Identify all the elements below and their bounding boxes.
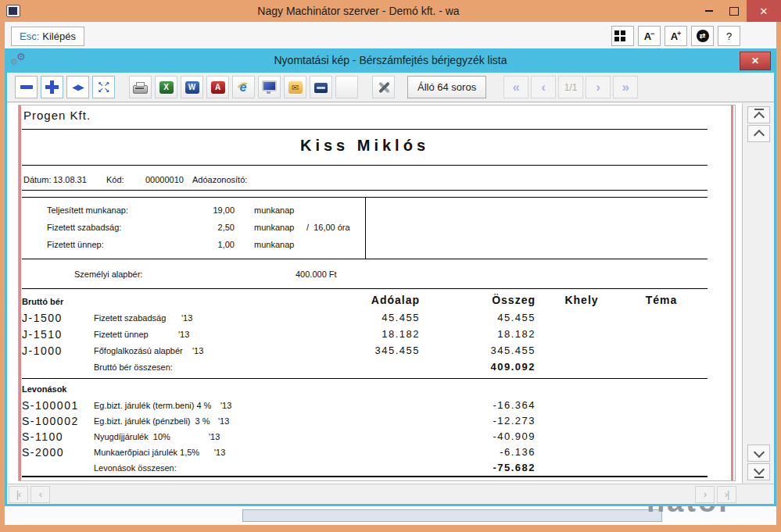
rule [22, 190, 708, 191]
attendance-value: 2,50 [188, 223, 235, 232]
column-header-base: Adóalap [326, 294, 420, 306]
gross-total-label: Bruttó bér összesen: [94, 362, 173, 372]
app-toolbar-right-group: A− A+ ⇄ ? [611, 26, 740, 46]
next-page-icon: › [596, 80, 600, 95]
gross-row-desc: Főfoglalkozású alapbér [94, 346, 183, 355]
page-layout-button[interactable]: Álló 64 soros [407, 76, 486, 98]
dialog-close-button[interactable]: ✕ [740, 52, 771, 70]
gross-row-code: J-1500 [22, 312, 63, 324]
settings-button[interactable] [372, 76, 395, 98]
help-button[interactable]: ? [718, 26, 740, 46]
attendance-label: Fizetett ünnep: [47, 240, 104, 249]
first-column-icon: |‹ [16, 488, 21, 500]
rule [365, 197, 366, 259]
document-page: Progen Kft. Kiss Miklós Dátum: 13.08.31 … [18, 105, 736, 481]
chevron-down-icon [753, 464, 764, 475]
switch-window-button[interactable]: ⇄ [691, 26, 714, 46]
previous-page-button[interactable]: ‹ [531, 76, 556, 98]
attendance-value: 19,00 [188, 205, 235, 215]
gross-row-code: J-1510 [22, 328, 63, 341]
print-preview-dialog: ⚙ ⚙ Nyomtatási kép - Bérszámfejtés bérje… [5, 48, 776, 506]
zoom-out-button[interactable] [15, 76, 38, 98]
font-increase-button[interactable]: A+ [665, 26, 687, 46]
last-column-icon: ›| [725, 488, 729, 500]
taxid-label: Adóazonosító: [192, 175, 247, 184]
scroll-down-button[interactable] [747, 445, 770, 462]
last-column-button[interactable]: ›| [717, 486, 736, 503]
gross-row-amount: 45.455 [465, 312, 536, 323]
exit-key-label: Esc: [20, 30, 39, 42]
print-button[interactable] [129, 76, 152, 98]
deduction-row-desc: Eg.bizt. járulék (term.beni) 4 % [94, 401, 211, 410]
rule [22, 288, 708, 289]
gross-row-base: 45.455 [349, 312, 420, 323]
fit-page-button[interactable]: ↖ ↗ ↙ ↘ [92, 76, 115, 98]
minimize-icon [705, 10, 713, 12]
internet-explorer-icon: e [236, 80, 252, 95]
first-page-button[interactable]: « [503, 76, 528, 98]
excel-icon: X [159, 81, 174, 94]
pdf-icon: A [211, 81, 225, 94]
export-pdf-button[interactable]: A [206, 76, 229, 98]
window-frame-bottom [0, 525, 781, 532]
export-html-button[interactable]: e [232, 76, 255, 98]
next-column-icon: › [704, 488, 706, 500]
archive-button[interactable] [310, 76, 332, 98]
send-email-button[interactable]: ✉ [284, 76, 306, 98]
deduction-row-year: '13 [214, 448, 225, 457]
zoom-out-icon [20, 85, 33, 89]
bottom-line-icon [754, 477, 764, 478]
minimize-button[interactable] [697, 0, 722, 22]
fit-page-icon: ↖ ↗ ↙ ↘ [98, 81, 110, 94]
font-decrease-button[interactable]: A− [638, 26, 661, 46]
code-value: 00000010 [145, 175, 184, 184]
archive-box-icon [314, 83, 328, 93]
deduction-row-amount: -12.273 [465, 415, 536, 427]
horizontal-nav-bar: |‹ ‹ › ›| [7, 484, 774, 504]
previous-column-button[interactable]: ‹ [30, 486, 50, 503]
gross-row-base: 345.455 [349, 345, 420, 356]
first-page-icon: « [512, 80, 519, 95]
screen-view-button[interactable] [258, 76, 281, 98]
exit-button[interactable]: Esc: Kilépés [11, 27, 84, 46]
window-titlebar: Nagy Machinátor szerver - Demó kft. - wa… [0, 0, 781, 22]
attendance-unit: munkanap [254, 205, 294, 215]
fit-width-icon: ◀▶ [73, 83, 83, 91]
last-page-button[interactable]: » [613, 76, 638, 98]
employee-name: Kiss Miklós [22, 137, 708, 155]
background-app-strip: nátor [5, 506, 776, 525]
scroll-to-bottom-button[interactable] [747, 463, 770, 480]
gross-row-year: '13 [178, 330, 189, 339]
deduction-row-code: S-100001 [22, 399, 79, 412]
chevron-up-icon [753, 129, 764, 140]
first-column-button[interactable]: |‹ [9, 486, 28, 503]
date-value: 13.08.31 [53, 175, 87, 184]
printer-icon [133, 85, 148, 94]
next-column-button[interactable]: › [695, 486, 715, 503]
deduction-row-code: S-2000 [22, 446, 64, 459]
scroll-to-top-button[interactable] [747, 106, 770, 123]
watermark-clip: nátor [647, 506, 772, 518]
zoom-in-button[interactable] [41, 76, 63, 98]
date-label: Dátum: [23, 175, 51, 184]
application-window: Nagy Machinátor szerver - Demó kft. - wa… [0, 0, 781, 532]
font-increase-icon: A+ [671, 30, 682, 42]
machinator-watermark: nátor [647, 506, 772, 516]
close-button[interactable]: ✕ [747, 0, 781, 22]
arrow-sw-icon: ↙ [98, 87, 104, 94]
fit-width-button[interactable]: ◀▶ [66, 76, 89, 98]
chevron-down-icon [753, 446, 764, 457]
empty-slot-button[interactable] [335, 76, 358, 98]
next-page-button[interactable]: › [586, 76, 611, 98]
tile-view-button[interactable] [611, 26, 634, 46]
attendance-label: Teljesített munkanap: [47, 205, 128, 215]
maximize-button[interactable] [722, 0, 747, 22]
export-word-button[interactable]: W [181, 76, 203, 98]
help-icon: ? [726, 30, 732, 42]
right-nav-group: › ›| [695, 486, 736, 503]
deduction-row-code: S-1100 [22, 430, 63, 443]
scroll-up-button[interactable] [747, 125, 770, 142]
export-excel-button[interactable]: X [155, 76, 177, 98]
attendance-unit: munkanap [254, 240, 294, 249]
dialog-titlebar: ⚙ ⚙ Nyomtatási kép - Bérszámfejtés bérje… [7, 51, 774, 73]
